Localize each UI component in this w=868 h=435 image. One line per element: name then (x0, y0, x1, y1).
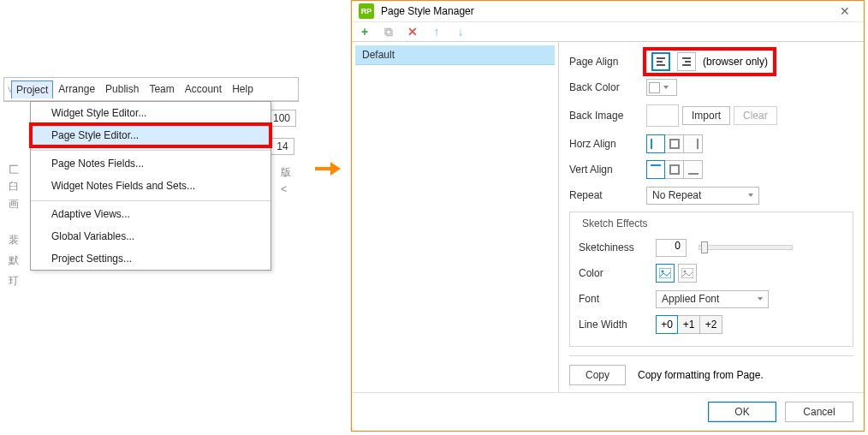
copy-caption: Copy formatting from Page. (638, 369, 764, 381)
label-back-image: Back Image (569, 110, 646, 122)
dialog-toolbar: + ⧉ ✕ ↑ ↓ (352, 22, 864, 41)
label-back-color: Back Color (569, 81, 646, 93)
styles-list: Default (352, 42, 559, 392)
dialog-title: Page Style Manager (381, 5, 474, 17)
menu-page-style-editor[interactable]: Page Style Editor... (31, 124, 271, 146)
project-menu-dropdown: Widget Style Editor... Page Style Editor… (30, 101, 271, 271)
line-width-group: +0 +1 +2 (656, 315, 722, 334)
menu-help[interactable]: Help (227, 80, 259, 98)
label-repeat: Repeat (569, 189, 646, 201)
chevron-down-icon (758, 297, 763, 301)
delete-icon[interactable]: ✕ (407, 26, 419, 38)
vert-align-group (646, 160, 703, 179)
sketch-effects-group: Sketch Effects Sketchiness 0 Color (569, 212, 853, 347)
vert-align-bottom[interactable] (684, 160, 703, 179)
label-page-align: Page Align (569, 56, 646, 68)
label-line-width: Line Width (579, 319, 656, 331)
svg-point-3 (684, 271, 687, 273)
page-align-left[interactable] (651, 52, 670, 71)
cancel-button[interactable]: Cancel (785, 402, 853, 422)
font-size-input[interactable]: 14 (271, 138, 294, 155)
label-sketch-effects: Sketch Effects (579, 218, 651, 229)
image-icon (681, 268, 693, 278)
left-gutter-chars-a: 匚 臼 画 (9, 161, 21, 212)
menu-publish[interactable]: Publish (100, 80, 144, 98)
menu-adaptive-views[interactable]: Adaptive Views... (31, 200, 271, 225)
font-select[interactable]: Applied Font (656, 290, 769, 308)
menu-global-variables[interactable]: Global Variables... (31, 225, 271, 247)
dialog-button-row: OK Cancel (352, 392, 864, 431)
repeat-select[interactable]: No Repeat (646, 187, 759, 205)
menu-account[interactable]: Account (180, 80, 227, 98)
properties-panel: Page Align (browser only) Back Color Bac… (559, 42, 864, 392)
lw-0[interactable]: +0 (656, 315, 678, 334)
back-color-picker[interactable] (646, 79, 677, 96)
menubar: v Project Arrange Publish Team Account H… (4, 78, 298, 101)
horz-align-group (646, 134, 703, 153)
svg-point-1 (662, 271, 664, 273)
style-default[interactable]: Default (355, 45, 555, 65)
page-align-center[interactable] (677, 52, 696, 71)
horz-align-center[interactable] (665, 134, 684, 153)
sketch-color-picker-alt[interactable] (678, 264, 697, 283)
close-icon[interactable]: ✕ (833, 1, 857, 21)
menu-project[interactable]: Project (11, 80, 53, 98)
import-button[interactable]: Import (682, 106, 730, 125)
left-gutter-chars-b: 裴 默 玎 (9, 229, 21, 291)
label-font: Font (579, 293, 656, 305)
lw-1[interactable]: +1 (678, 315, 700, 334)
label-sketchiness: Sketchiness (579, 241, 656, 253)
right-gutter-chars: 版 < (281, 164, 293, 198)
image-icon (659, 268, 671, 278)
sketchiness-input[interactable]: 0 (656, 239, 687, 257)
copy-button[interactable]: Copy (569, 365, 626, 385)
back-image-preview (646, 104, 679, 127)
duplicate-icon[interactable]: ⧉ (383, 26, 395, 38)
arrow-icon (315, 158, 341, 179)
app-icon: RP (359, 3, 374, 19)
menu-project-settings[interactable]: Project Settings... (31, 247, 271, 270)
move-down-icon[interactable]: ↓ (455, 26, 467, 38)
label-color: Color (579, 267, 656, 279)
lw-2[interactable]: +2 (700, 315, 722, 334)
menu-team[interactable]: Team (144, 80, 179, 98)
chevron-down-icon (748, 194, 753, 197)
sketchiness-slider[interactable] (699, 245, 793, 250)
ok-button[interactable]: OK (708, 402, 776, 422)
vert-align-middle[interactable] (665, 160, 684, 179)
label-vert-align: Vert Align (569, 164, 646, 176)
label-browser-only: (browser only) (703, 56, 768, 68)
menu-widget-notes-fields[interactable]: Widget Notes Fields and Sets... (31, 175, 271, 197)
sketch-color-picker[interactable] (656, 264, 675, 283)
zoom-input[interactable]: 100 (267, 110, 296, 127)
workarea: Default Page Align (browser only) Back C… (352, 41, 864, 392)
menu-page-notes-fields[interactable]: Page Notes Fields... (31, 150, 271, 175)
menu-arrange[interactable]: Arrange (53, 80, 100, 98)
move-up-icon[interactable]: ↑ (431, 26, 443, 38)
horz-align-left[interactable] (646, 134, 665, 153)
label-horz-align: Horz Align (569, 138, 646, 150)
page-align-group: (browser only) (646, 51, 773, 73)
titlebar: RP Page Style Manager ✕ (352, 1, 864, 22)
menu-widget-style-editor[interactable]: Widget Style Editor... (31, 102, 271, 124)
repeat-value: No Repeat (652, 189, 701, 201)
horz-align-right[interactable] (684, 134, 703, 153)
vert-align-top[interactable] (646, 160, 665, 179)
font-value: Applied Font (662, 293, 719, 305)
clear-button[interactable]: Clear (734, 106, 777, 125)
app-menubar-fragment: v Project Arrange Publish Team Account H… (3, 77, 299, 102)
add-icon[interactable]: + (359, 26, 371, 38)
page-style-manager-dialog: RP Page Style Manager ✕ + ⧉ ✕ ↑ ↓ Defaul… (351, 0, 865, 432)
